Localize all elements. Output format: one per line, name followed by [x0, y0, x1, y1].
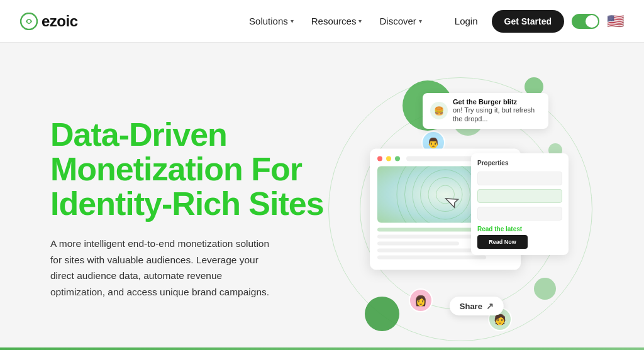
bottom-accent-bar: [0, 347, 644, 350]
card-line-5: [377, 255, 486, 259]
notification-body: on! Try using it, but refresh the dropd.…: [453, 106, 541, 124]
hero-subtitle: A more intelligent end-to-end monetizati…: [50, 236, 277, 300]
navbar: ezoic Solutions ▾ Resources ▾ Discover ▾…: [0, 0, 644, 43]
max-dot: [395, 156, 400, 161]
logo-icon: [20, 13, 38, 30]
notification-card: 🍔 Get the Burger blitz on! Try using it,…: [423, 93, 548, 129]
green-blob-5: [534, 278, 556, 300]
svg-point-1: [28, 19, 31, 23]
hero-left: Data-Driven Monetization For Identity-Ri…: [50, 118, 327, 300]
read-stories-section: Read the latest Read Now: [477, 225, 562, 248]
card-line-3: [377, 241, 459, 245]
theme-toggle[interactable]: [572, 14, 599, 29]
small-ui-card: Properties Read the latest Read Now: [471, 153, 569, 254]
share-icon: ↗: [486, 301, 494, 311]
notification-title: Get the Burger blitz: [453, 98, 541, 106]
min-dot: [386, 156, 391, 161]
share-label: Share: [460, 302, 482, 311]
read-button-label: Read Now: [489, 238, 516, 244]
card-line-2: [377, 234, 486, 238]
avatar-1: 👩: [409, 288, 433, 312]
small-card-title: Properties: [477, 159, 562, 166]
solutions-label: Solutions: [249, 16, 288, 26]
nav-right: Login Get Started 🇺🇸: [448, 10, 624, 33]
nav-links: Solutions ▾ Resources ▾ Discover ▾: [243, 12, 428, 30]
notification-icon: 🍔: [430, 102, 448, 119]
logo-text: ezoic: [42, 13, 78, 30]
get-started-button[interactable]: Get Started: [492, 10, 564, 33]
nav-discover[interactable]: Discover ▾: [373, 12, 428, 30]
discover-chevron-icon: ▾: [419, 18, 422, 25]
share-button[interactable]: Share ↗: [450, 297, 504, 315]
read-stories-label: Read the latest: [477, 225, 562, 232]
hero-title: Data-Driven Monetization For Identity-Ri…: [50, 118, 327, 221]
read-button[interactable]: Read Now: [477, 234, 528, 248]
discover-label: Discover: [379, 16, 416, 26]
property-row-3: [477, 206, 562, 220]
login-button[interactable]: Login: [448, 12, 484, 30]
solutions-chevron-icon: ▾: [291, 18, 294, 25]
toggle-knob: [586, 15, 598, 28]
nav-resources[interactable]: Resources ▾: [305, 12, 369, 30]
hero-section: Data-Driven Monetization For Identity-Ri…: [0, 43, 644, 350]
resources-chevron-icon: ▾: [358, 18, 362, 25]
hero-illustration: 🍔 Get the Burger blitz on! Try using it,…: [327, 68, 594, 350]
logo[interactable]: ezoic: [20, 13, 78, 30]
property-row-1: [477, 171, 562, 185]
close-dot: [377, 156, 382, 161]
property-row-2: [477, 189, 562, 202]
green-blob-4: [365, 297, 399, 331]
language-flag-icon[interactable]: 🇺🇸: [607, 13, 624, 30]
notification-content: Get the Burger blitz on! Try using it, b…: [453, 98, 541, 124]
nav-solutions[interactable]: Solutions ▾: [243, 12, 300, 30]
resources-label: Resources: [311, 16, 357, 26]
